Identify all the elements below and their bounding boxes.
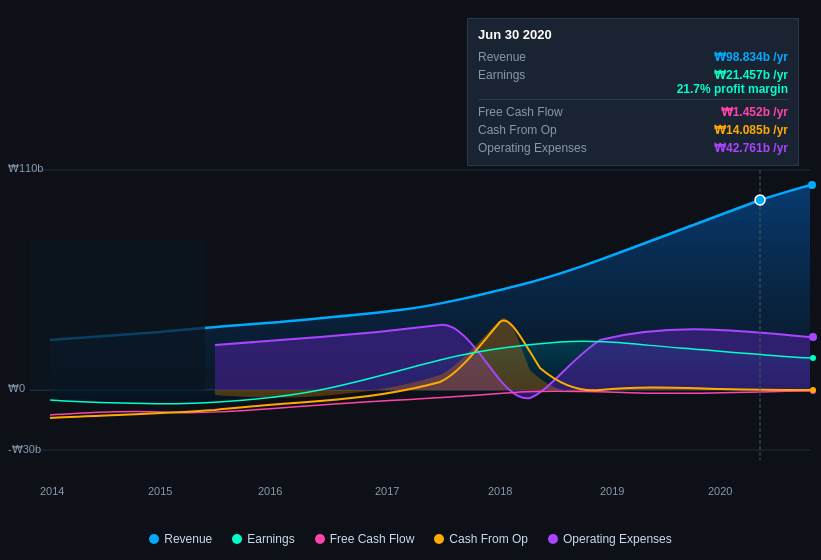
x-label-2014: 2014	[40, 485, 64, 497]
tooltip-date: Jun 30 2020	[478, 27, 788, 42]
tooltip-cashop-label: Cash From Op	[478, 123, 557, 137]
tooltip-revenue-row: Revenue ₩98.834b /yr	[478, 48, 788, 66]
legend-opex-dot	[548, 534, 558, 544]
tooltip-opex-row: Operating Expenses ₩42.761b /yr	[478, 139, 788, 157]
legend-revenue-label: Revenue	[164, 532, 212, 546]
tooltip-earnings-value: ₩21.457b /yr	[714, 68, 788, 82]
tooltip-opex-label: Operating Expenses	[478, 141, 587, 155]
legend-earnings[interactable]: Earnings	[232, 532, 294, 546]
tooltip-box: Jun 30 2020 Revenue ₩98.834b /yr Earning…	[467, 18, 799, 166]
svg-point-12	[755, 195, 765, 205]
x-label-2015: 2015	[148, 485, 172, 497]
y-axis-top: ₩110b	[8, 162, 43, 175]
svg-point-9	[810, 387, 816, 393]
tooltip-cashop-row: Cash From Op ₩14.085b /yr	[478, 121, 788, 139]
tooltip-cashop-value: ₩14.085b /yr	[714, 123, 788, 137]
tooltip-fcf-label: Free Cash Flow	[478, 105, 563, 119]
svg-point-10	[810, 355, 816, 361]
x-label-2017: 2017	[375, 485, 399, 497]
tooltip-profit-margin-row: 21.7% profit margin	[478, 82, 788, 96]
legend-fcf-label: Free Cash Flow	[330, 532, 415, 546]
x-label-2018: 2018	[488, 485, 512, 497]
x-label-2016: 2016	[258, 485, 282, 497]
svg-point-5	[808, 181, 816, 189]
x-label-2019: 2019	[600, 485, 624, 497]
legend-cashop-dot	[434, 534, 444, 544]
tooltip-revenue-value: ₩98.834b /yr	[714, 50, 788, 64]
chart-legend: Revenue Earnings Free Cash Flow Cash Fro…	[0, 532, 821, 546]
tooltip-fcf-value: ₩1.452b /yr	[721, 105, 788, 119]
tooltip-separator	[478, 99, 788, 100]
svg-point-7	[809, 333, 817, 341]
tooltip-fcf-row: Free Cash Flow ₩1.452b /yr	[478, 103, 788, 121]
legend-earnings-label: Earnings	[247, 532, 294, 546]
legend-revenue-dot	[149, 534, 159, 544]
legend-opex-label: Operating Expenses	[563, 532, 672, 546]
y-axis-bottom: -₩30b	[8, 443, 41, 456]
legend-cashop[interactable]: Cash From Op	[434, 532, 528, 546]
chart-container: ₩110b ₩0 -₩30b 2014 2015 2016 2017 2018 …	[0, 0, 821, 560]
legend-earnings-dot	[232, 534, 242, 544]
tooltip-profit-margin-value: 21.7% profit margin	[677, 82, 788, 96]
tooltip-revenue-label: Revenue	[478, 50, 526, 64]
legend-fcf-dot	[315, 534, 325, 544]
legend-revenue[interactable]: Revenue	[149, 532, 212, 546]
legend-fcf[interactable]: Free Cash Flow	[315, 532, 415, 546]
legend-opex[interactable]: Operating Expenses	[548, 532, 672, 546]
svg-rect-6	[30, 240, 205, 390]
tooltip-earnings-label: Earnings	[478, 68, 525, 82]
y-axis-mid: ₩0	[8, 382, 25, 395]
tooltip-opex-value: ₩42.761b /yr	[714, 141, 788, 155]
legend-cashop-label: Cash From Op	[449, 532, 528, 546]
x-label-2020: 2020	[708, 485, 732, 497]
